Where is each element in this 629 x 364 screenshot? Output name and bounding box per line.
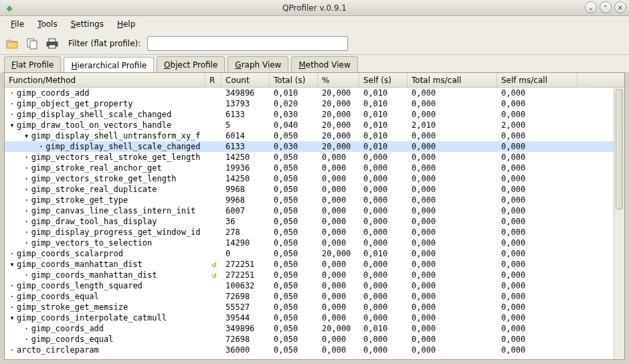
tree-expander-open[interactable]: ▾ — [23, 131, 30, 141]
cell-total: 0,050 — [270, 249, 318, 258]
cell-count: 6007 — [221, 206, 270, 215]
tree-expander-open[interactable]: ▾ — [9, 313, 15, 323]
col-self-ms[interactable]: Self ms/call — [497, 73, 577, 87]
table-row[interactable]: ·gimp_stroke_get_type99680,0500,0000,000… — [5, 195, 624, 205]
table-row[interactable]: ▾gimp_draw_tool_on_vectors_handle50,0402… — [5, 120, 624, 130]
table-row[interactable]: ▾gimp_coords_manhattan_dist↺2722510,0500… — [5, 259, 624, 270]
table-row[interactable]: ▾gimp_coords_interpolate_catmull395440,0… — [5, 312, 624, 323]
col-self[interactable]: Self (s) — [359, 73, 408, 87]
cell-self: 0,010 — [359, 131, 408, 141]
table-row[interactable]: ·gimp_coords_equal726980,0500,0000,0000,… — [5, 291, 624, 302]
cell-self: 0,000 — [359, 206, 408, 215]
menu-help[interactable]: Help — [110, 17, 142, 31]
tab-obj[interactable]: Object Profile — [157, 56, 225, 72]
table-row[interactable]: ·gimp_display_shell_scale_changed61330,0… — [5, 141, 624, 152]
minimize-button[interactable]: ⌄ — [585, 1, 597, 13]
menu-tools[interactable]: Tools — [31, 17, 64, 31]
cell-function: ·gimp_draw_tool_has_display — [5, 217, 205, 226]
cell-percent: 20,000 — [318, 142, 359, 151]
filter-input[interactable] — [147, 36, 348, 51]
copy-icon[interactable] — [24, 35, 40, 52]
function-name: gimp_stroke_real_duplicate — [31, 185, 157, 194]
table-row[interactable]: ·gimp_display_shell_scale_changed61330,0… — [5, 109, 624, 120]
table-row[interactable]: ·gimp_stroke_real_duplicate99680,0500,00… — [5, 184, 624, 195]
menu-file[interactable]: File — [4, 17, 31, 31]
tree-leaf: · — [23, 227, 30, 237]
cell-function: ·gimp_stroke_real_anchor_get — [5, 163, 205, 173]
cell-total: 0,020 — [270, 99, 318, 108]
cell-percent: 0,000 — [318, 163, 359, 173]
table-body[interactable]: ·gimp_coords_add3498960,01020,0000,0100,… — [5, 88, 624, 359]
col-r[interactable]: R — [205, 73, 221, 87]
profile-table: Function/Method R Count Total (s) % Self… — [4, 72, 625, 360]
cell-self-ms: 0,000 — [497, 174, 577, 183]
tree-leaf: · — [9, 88, 15, 98]
function-name: gimp_coords_add — [17, 88, 89, 98]
tree-expander-open[interactable]: ▾ — [9, 260, 15, 269]
table-row[interactable]: ·gimp_object_get_property137930,02020,00… — [5, 98, 624, 109]
table-row[interactable]: ▾gimp_display_shell_untransform_xy_f6014… — [5, 130, 624, 141]
table-row[interactable]: ·arcto_circleparam360000,0500,0000,0000,… — [5, 345, 624, 355]
scrollbar-thumb[interactable] — [616, 89, 623, 209]
open-file-icon[interactable] — [4, 35, 20, 52]
table-row[interactable]: ·gimp_coords_add3498960,05020,0000,0100,… — [5, 323, 624, 334]
close-button[interactable]: × — [614, 1, 626, 13]
cell-recursive: ↺ — [205, 270, 221, 280]
cell-total-ms: 0,000 — [408, 270, 497, 280]
cell-percent: 0,000 — [318, 335, 359, 344]
table-row[interactable]: ·gimp_coords_manhattan_dist↺2722510,0500… — [5, 270, 624, 280]
print-icon[interactable] — [44, 35, 60, 52]
cell-total-ms: 0,000 — [408, 163, 497, 173]
table-row[interactable]: ·gimp_stroke_get_memsize555270,0500,0000… — [5, 302, 624, 312]
function-name: gimp_stroke_real_anchor_get — [31, 163, 162, 173]
col-total-ms[interactable]: Total ms/call — [408, 73, 497, 87]
col-count[interactable]: Count — [221, 73, 270, 87]
tree-leaf: · — [9, 302, 15, 312]
tab-graph[interactable]: Graph View — [228, 56, 288, 72]
col-percent[interactable]: % — [318, 73, 359, 87]
cell-total-ms: 0,000 — [408, 88, 497, 98]
tree-expander-open[interactable]: ▾ — [9, 120, 15, 130]
cell-self-ms: 0,000 — [497, 292, 577, 301]
table-row[interactable]: ·gimp_display_progress_get_window_id2780… — [5, 227, 624, 238]
cell-self-ms: 0,000 — [497, 227, 577, 237]
window-controls: ⌄ ⌃ × — [585, 1, 626, 13]
table-row[interactable]: ·gimp_vectors_real_stroke_get_length1425… — [5, 152, 624, 163]
cell-self: 0,010 — [359, 249, 408, 258]
tab-flat[interactable]: Flat Profile — [4, 56, 61, 72]
cell-self: 0,000 — [359, 292, 408, 301]
table-row[interactable]: ·gimp_coords_add3498960,01020,0000,0100,… — [5, 88, 624, 98]
cell-function: ·gimp_coords_add — [5, 324, 205, 333]
function-name: gimp_vectors_to_selection — [31, 238, 153, 248]
cell-self: 0,000 — [359, 185, 408, 194]
cell-self-ms: 0,000 — [497, 238, 577, 248]
cell-count: 13793 — [221, 99, 270, 108]
col-function[interactable]: Function/Method — [5, 73, 205, 87]
cell-percent: 20,000 — [318, 249, 359, 258]
cell-total-ms: 0,000 — [408, 345, 497, 355]
cell-count: 6133 — [221, 110, 270, 119]
table-row[interactable]: ·gimp_canvas_line_class_intern_init60070… — [5, 205, 624, 216]
cell-self-ms: 0,000 — [497, 345, 577, 355]
table-row[interactable]: ·gimp_stroke_real_anchor_get199360,0500,… — [5, 163, 624, 173]
function-name: gimp_vectors_stroke_get_length — [31, 174, 177, 183]
table-row[interactable]: ·gimp_draw_tool_has_display360,0500,0000… — [5, 216, 624, 227]
cell-total-ms: 0,000 — [408, 249, 497, 258]
maximize-button[interactable]: ⌃ — [600, 1, 612, 13]
cell-count: 39544 — [221, 313, 270, 323]
tab-hier[interactable]: Hierarchical Profile — [64, 57, 154, 73]
tab-meth[interactable]: Method View — [291, 56, 357, 72]
cell-total-ms: 0,000 — [408, 324, 497, 333]
table-row[interactable]: ·gimp_vectors_stroke_get_length142500,05… — [5, 173, 624, 184]
scrollbar[interactable] — [614, 88, 624, 359]
table-row[interactable]: ·gimp_coords_length_squared1006320,0500,… — [5, 280, 624, 291]
col-total[interactable]: Total (s) — [270, 73, 318, 87]
cell-total: 0,050 — [270, 313, 318, 323]
table-row[interactable]: ·gimp_coords_equal726980,0500,0000,0000,… — [5, 334, 624, 345]
table-row[interactable]: ·gimp_vectors_to_selection142900,0500,00… — [5, 238, 624, 248]
table-row[interactable]: ·gimp_coords_scalarprod00,05020,0000,010… — [5, 248, 624, 259]
cell-total-ms: 0,000 — [408, 195, 497, 205]
menu-settings[interactable]: Settings — [64, 17, 110, 31]
function-name: gimp_coords_manhattan_dist — [17, 260, 143, 269]
cell-percent: 0,000 — [318, 153, 359, 162]
